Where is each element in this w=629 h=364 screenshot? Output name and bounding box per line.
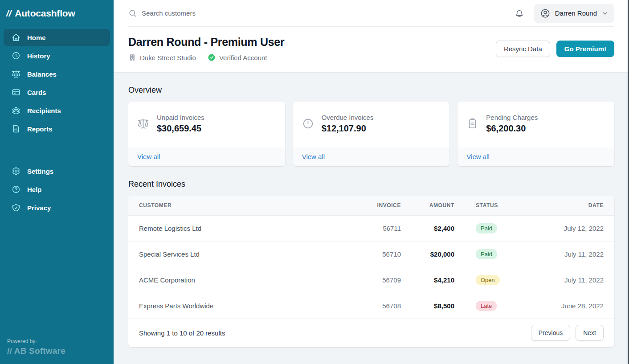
status-badge: Late <box>476 301 497 311</box>
previous-button[interactable]: Previous <box>531 325 570 341</box>
sidebar-item-label: Home <box>27 34 46 41</box>
results-summary: Showing 1 to 10 of 20 results <box>139 329 225 337</box>
date-cell: July 12, 2022 <box>532 216 614 241</box>
sidebar-item-privacy[interactable]: Privacy <box>4 199 110 216</box>
col-invoice: INVOICE <box>363 196 412 216</box>
sidebar-item-label: Help <box>27 186 42 193</box>
sidebar-item-cards[interactable]: Cards <box>4 84 110 101</box>
powered-by-brand: // AB Software <box>7 346 65 356</box>
sidebar-item-recipients[interactable]: Recipients <box>4 102 110 119</box>
status-cell: Paid <box>465 216 532 241</box>
page-title: Darren Round - Premium User <box>128 36 284 49</box>
sidebar-item-settings[interactable]: Settings <box>4 163 110 180</box>
sidebar-item-label: Settings <box>27 168 53 175</box>
app-name: Autocashflow <box>15 8 75 19</box>
sidebar-item-label: Balances <box>27 70 57 78</box>
home-icon <box>12 33 20 42</box>
topbar-actions: Darren Round <box>515 4 614 23</box>
user-name: Darren Round <box>555 9 597 17</box>
view-all-link[interactable]: View all <box>137 153 160 160</box>
customer-cell: Remote Logistics Ltd <box>128 216 363 241</box>
user-avatar-icon <box>540 8 551 19</box>
sidebar-item-label: Privacy <box>27 204 51 212</box>
sidebar-item-label: Recipients <box>27 107 61 115</box>
resync-data-button[interactable]: Resync Data <box>496 41 550 57</box>
notifications-button[interactable] <box>515 8 524 18</box>
sidebar-item-label: History <box>27 52 50 60</box>
company-name: Duke Street Studio <box>140 54 196 61</box>
amount-cell: $4,210 <box>412 267 465 293</box>
alert-circle-icon <box>302 118 314 130</box>
view-all-link[interactable]: View all <box>302 153 325 160</box>
card-label: Overdue Invoices <box>322 114 374 121</box>
users-icon <box>12 106 20 115</box>
invoice-cell: 56711 <box>363 216 412 241</box>
table-row[interactable]: ACME Corporation 56709 $4,210 Open July … <box>128 267 614 293</box>
question-icon <box>12 185 20 194</box>
amount-cell: $20,000 <box>412 241 465 267</box>
sidebar: // Autocashflow Home History Balances Ca… <box>0 0 114 364</box>
sidebar-item-help[interactable]: Help <box>4 181 110 198</box>
building-icon <box>128 53 136 61</box>
card-value: $12,107.90 <box>322 123 374 134</box>
pagination: Previous Next <box>531 325 604 341</box>
table-footer: Showing 1 to 10 of 20 results Previous N… <box>128 319 614 347</box>
card-label: Unpaid Invoices <box>157 114 204 121</box>
chevron-down-icon <box>601 10 609 17</box>
user-menu-button[interactable]: Darren Round <box>534 4 614 23</box>
profile-header: Darren Round - Premium User Duke Street … <box>114 27 629 72</box>
content: Overview Unpaid Invoices $30,659.45 View… <box>114 73 629 364</box>
go-premium-button[interactable]: Go Premium! <box>556 41 614 57</box>
sidebar-item-balances[interactable]: Balances <box>4 65 110 82</box>
secondary-nav: Settings Help Privacy <box>0 160 114 216</box>
sidebar-item-label: Cards <box>27 89 46 96</box>
status-cell: Paid <box>465 241 532 267</box>
clipboard-icon <box>466 118 478 130</box>
main-area: Darren Round Darren Round - Premium User <box>114 0 629 364</box>
sidebar-item-history[interactable]: History <box>4 47 110 64</box>
table-header-row: CUSTOMER INVOICE AMOUNT STATUS DATE <box>128 196 614 216</box>
scale-icon <box>12 70 20 78</box>
logo-slashes-icon: // <box>6 8 11 19</box>
next-button[interactable]: Next <box>576 325 604 341</box>
table-row[interactable]: Remote Logistics Ltd 56711 $2,400 Paid J… <box>128 216 614 241</box>
card-value: $6,200.30 <box>486 123 538 134</box>
scale-icon <box>137 118 149 130</box>
verified-check-icon <box>208 53 216 61</box>
sidebar-item-reports[interactable]: Reports <box>4 120 110 137</box>
overview-cards: Unpaid Invoices $30,659.45 View all Over… <box>128 102 614 166</box>
app-logo: // Autocashflow <box>0 0 114 26</box>
table-row[interactable]: Express Parts Worldwide 56708 $8,500 Lat… <box>128 293 614 319</box>
col-customer: CUSTOMER <box>128 196 363 216</box>
verified-meta: Verified Account <box>208 53 267 61</box>
date-cell: July 11, 2022 <box>532 241 614 267</box>
view-all-link[interactable]: View all <box>466 153 489 160</box>
col-amount: AMOUNT <box>412 196 465 216</box>
pending-charges-card: Pending Charges $6,200.30 View all <box>457 102 614 166</box>
col-status: STATUS <box>465 196 532 216</box>
gear-icon <box>12 167 20 176</box>
page-header: Darren Round Darren Round - Premium User <box>114 0 629 73</box>
overview-title: Overview <box>128 86 614 95</box>
sidebar-item-home[interactable]: Home <box>4 29 110 46</box>
topbar: Darren Round <box>114 0 629 27</box>
invoice-cell: 56710 <box>363 241 412 267</box>
status-cell: Open <box>465 267 532 293</box>
invoice-cell: 56708 <box>363 293 412 319</box>
shield-icon <box>12 203 20 212</box>
search-icon <box>128 9 137 18</box>
company-meta: Duke Street Studio <box>128 53 196 61</box>
credit-card-icon <box>12 88 20 97</box>
card-label: Pending Charges <box>486 114 538 121</box>
search-input[interactable] <box>142 9 329 17</box>
clock-icon <box>12 51 20 60</box>
amount-cell: $8,500 <box>412 293 465 319</box>
date-cell: June 28, 2022 <box>532 293 614 319</box>
customer-cell: Special Services Ltd <box>128 241 363 267</box>
status-badge: Paid <box>476 249 497 259</box>
table-row[interactable]: Special Services Ltd 56710 $20,000 Paid … <box>128 241 614 267</box>
report-icon <box>12 124 20 133</box>
primary-nav: Home History Balances Cards Recipients R… <box>0 26 114 137</box>
status-badge: Open <box>476 275 500 285</box>
amount-cell: $2,400 <box>412 216 465 241</box>
